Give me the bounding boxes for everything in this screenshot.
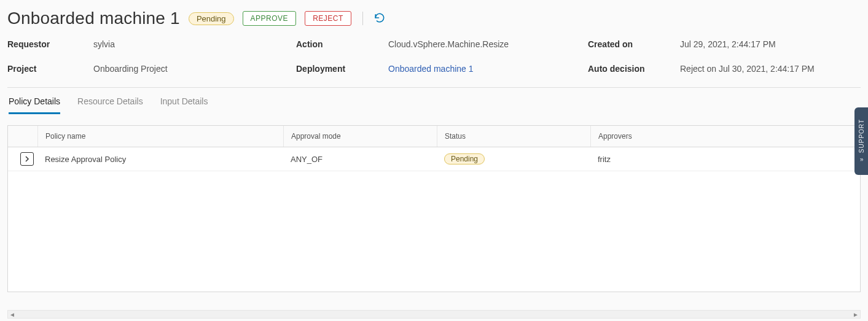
table-header: Policy name Approval mode Status Approve… xyxy=(8,126,860,147)
title-row: Onboarded machine 1 Pending APPROVE REJE… xyxy=(7,9,861,28)
deployment-link[interactable]: Onboarded machine 1 xyxy=(388,64,588,74)
meta-grid: Requestor sylvia Action Cloud.vSphere.Ma… xyxy=(7,39,861,74)
chevron-up-icon: « xyxy=(859,157,864,163)
action-label: Action xyxy=(296,39,388,49)
col-expander xyxy=(8,126,37,147)
approve-button[interactable]: APPROVE xyxy=(243,11,297,26)
policy-table: Policy name Approval mode Status Approve… xyxy=(7,125,861,292)
chevron-right-icon xyxy=(24,156,30,162)
reject-button[interactable]: REJECT xyxy=(305,11,351,26)
deployment-label: Deployment xyxy=(296,64,388,74)
tab-input-details[interactable]: Input Details xyxy=(160,94,208,114)
requestor-label: Requestor xyxy=(7,39,93,49)
tab-policy-details[interactable]: Policy Details xyxy=(9,94,60,114)
created-label: Created on xyxy=(588,39,680,49)
cell-status: Pending xyxy=(437,149,590,169)
support-tab[interactable]: SUPPORT « xyxy=(854,107,868,175)
scroll-left-icon[interactable]: ◄ xyxy=(8,311,17,318)
cell-approvers: fritz xyxy=(590,150,860,169)
expand-row-button[interactable] xyxy=(20,152,34,166)
tab-resource-details[interactable]: Resource Details xyxy=(77,94,143,114)
refresh-button[interactable] xyxy=(374,12,385,25)
action-value: Cloud.vSphere.Machine.Resize xyxy=(388,39,588,49)
status-badge: Pending xyxy=(444,153,485,164)
created-value: Jul 29, 2021, 2:44:17 PM xyxy=(680,39,861,49)
table-row: Resize Approval Policy ANY_OF Pending fr… xyxy=(8,147,860,171)
tabs: Policy Details Resource Details Input De… xyxy=(7,90,861,114)
col-policy-name[interactable]: Policy name xyxy=(37,126,283,147)
requestor-value: sylvia xyxy=(93,39,296,49)
page-title: Onboarded machine 1 xyxy=(7,9,180,28)
cell-approval-mode: ANY_OF xyxy=(283,150,437,169)
status-badge: Pending xyxy=(189,12,234,25)
refresh-icon xyxy=(374,12,385,23)
project-label: Project xyxy=(7,64,93,74)
divider xyxy=(7,87,861,88)
scroll-right-icon[interactable]: ► xyxy=(851,311,860,318)
col-status[interactable]: Status xyxy=(437,126,590,147)
divider xyxy=(362,12,363,25)
project-value: Onboarding Project xyxy=(93,64,296,74)
support-label: SUPPORT xyxy=(858,119,865,153)
cell-policy-name: Resize Approval Policy xyxy=(37,150,283,169)
col-approvers[interactable]: Approvers xyxy=(590,126,860,147)
autodecision-value: Reject on Jul 30, 2021, 2:44:17 PM xyxy=(680,64,861,74)
autodecision-label: Auto decision xyxy=(588,64,680,74)
col-approval-mode[interactable]: Approval mode xyxy=(283,126,437,147)
horizontal-scrollbar[interactable]: ◄ ► xyxy=(7,310,861,319)
